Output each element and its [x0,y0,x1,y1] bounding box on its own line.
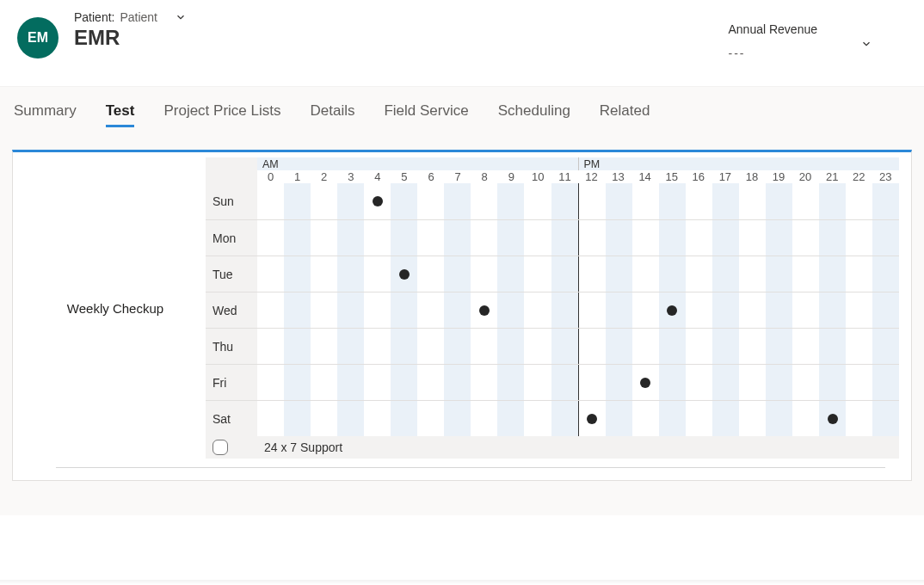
schedule-slot[interactable] [497,292,524,328]
schedule-slot[interactable] [739,401,766,436]
schedule-slot[interactable] [792,329,819,364]
schedule-slot[interactable] [417,292,444,328]
schedule-slot[interactable] [739,329,766,364]
schedule-slot[interactable] [257,365,284,400]
appointment-dot[interactable] [667,305,677,316]
schedule-slot[interactable] [632,329,659,364]
schedule-slot[interactable] [551,292,578,328]
schedule-slot[interactable] [712,220,739,256]
schedule-slot[interactable] [471,292,497,328]
appointment-dot[interactable] [479,305,490,316]
schedule-slot[interactable] [284,220,311,256]
schedule-slot[interactable] [632,292,659,328]
schedule-slot[interactable] [819,329,846,364]
schedule-slot[interactable] [311,329,337,364]
tab-scheduling[interactable]: Scheduling [498,102,570,127]
schedule-slot[interactable] [872,329,899,364]
schedule-slot[interactable] [337,183,364,219]
schedule-slot[interactable] [364,220,391,256]
schedule-slot[interactable] [632,183,659,219]
schedule-slot[interactable] [551,256,578,292]
schedule-slot[interactable] [739,183,766,219]
chevron-down-icon[interactable] [860,38,872,50]
schedule-slot[interactable] [766,401,792,436]
schedule-slot[interactable] [337,256,364,292]
schedule-slot[interactable] [659,329,686,364]
schedule-slot[interactable] [524,220,551,256]
schedule-slot[interactable] [444,401,471,436]
schedule-slot[interactable] [497,183,524,219]
schedule-slot[interactable] [391,329,417,364]
schedule-slot[interactable] [739,256,766,292]
schedule-slot[interactable] [364,292,391,328]
schedule-slot[interactable] [337,220,364,256]
schedule-slot[interactable] [444,220,471,256]
schedule-slot[interactable] [524,292,551,328]
schedule-slot[interactable] [792,365,819,400]
schedule-slot[interactable] [524,183,551,219]
schedule-slot[interactable] [257,220,284,256]
schedule-slot[interactable] [819,220,846,256]
schedule-slot[interactable] [846,256,872,292]
schedule-slot[interactable] [311,256,337,292]
schedule-slot[interactable] [257,292,284,328]
schedule-slot[interactable] [606,292,632,328]
schedule-slot[interactable] [712,401,739,436]
schedule-slot[interactable] [497,365,524,400]
schedule-slot[interactable] [551,329,578,364]
schedule-slot[interactable] [391,365,417,400]
schedule-slot[interactable] [364,256,391,292]
schedule-slot[interactable] [686,401,712,436]
schedule-slot[interactable] [819,256,846,292]
appointment-dot[interactable] [828,414,838,424]
schedule-slot[interactable] [606,329,632,364]
tab-field-service[interactable]: Field Service [384,102,468,127]
tab-test[interactable]: Test [106,102,135,127]
schedule-slot[interactable] [872,365,899,400]
schedule-slot[interactable] [792,292,819,328]
schedule-slot[interactable] [284,292,311,328]
schedule-slot[interactable] [284,329,311,364]
schedule-slot[interactable] [417,365,444,400]
schedule-slot[interactable] [819,292,846,328]
schedule-slot[interactable] [819,401,846,436]
schedule-slot[interactable] [444,292,471,328]
schedule-slot[interactable] [497,329,524,364]
schedule-slot[interactable] [846,220,872,256]
schedule-slot[interactable] [311,401,337,436]
schedule-slot[interactable] [792,401,819,436]
schedule-slot[interactable] [444,183,471,219]
schedule-slot[interactable] [872,183,899,219]
schedule-slot[interactable] [391,292,417,328]
schedule-slot[interactable] [846,329,872,364]
schedule-slot[interactable] [606,401,632,436]
schedule-slot[interactable] [578,220,606,256]
schedule-slot[interactable] [551,183,578,219]
schedule-slot[interactable] [659,220,686,256]
schedule-slot[interactable] [257,183,284,219]
schedule-slot[interactable] [417,256,444,292]
schedule-slot[interactable] [872,220,899,256]
schedule-slot[interactable] [337,401,364,436]
schedule-slot[interactable] [257,256,284,292]
schedule-slot[interactable] [846,401,872,436]
schedule-slot[interactable] [766,183,792,219]
schedule-slot[interactable] [444,365,471,400]
schedule-slot[interactable] [686,329,712,364]
schedule-slot[interactable] [364,183,391,219]
schedule-slot[interactable] [284,401,311,436]
support-checkbox[interactable] [213,440,228,455]
schedule-slot[interactable] [792,256,819,292]
schedule-slot[interactable] [551,401,578,436]
schedule-slot[interactable] [471,365,497,400]
schedule-slot[interactable] [686,256,712,292]
schedule-slot[interactable] [257,329,284,364]
schedule-slot[interactable] [284,183,311,219]
schedule-slot[interactable] [686,365,712,400]
schedule-slot[interactable] [471,256,497,292]
schedule-slot[interactable] [766,292,792,328]
schedule-slot[interactable] [337,329,364,364]
schedule-slot[interactable] [659,256,686,292]
schedule-slot[interactable] [632,365,659,400]
tab-related[interactable]: Related [600,102,650,127]
